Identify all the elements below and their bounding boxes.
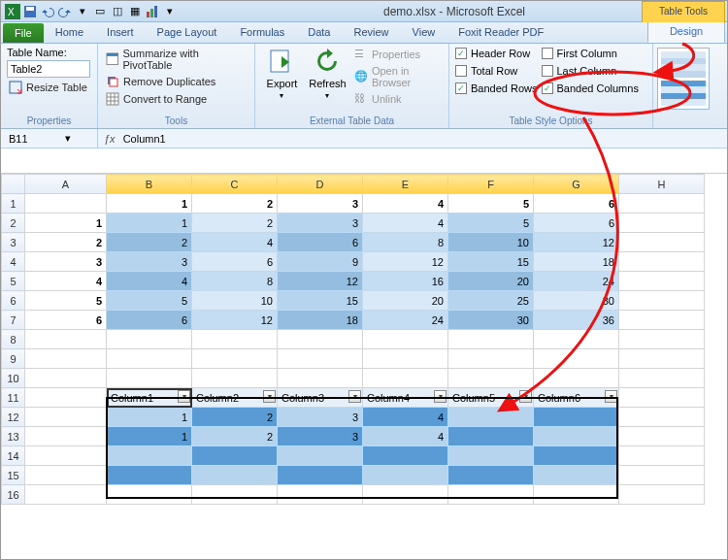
table-styles-gallery[interactable] — [657, 48, 710, 110]
cell[interactable] — [619, 272, 705, 291]
cell[interactable]: 5 — [448, 214, 534, 233]
tab-page-layout[interactable]: Page Layout — [146, 21, 229, 43]
qat-shape1-icon[interactable]: ▭ — [92, 4, 108, 19]
cell[interactable] — [25, 485, 107, 505]
cell[interactable] — [192, 446, 278, 466]
row-header-11[interactable]: 11 — [2, 388, 25, 408]
cell[interactable]: 3 — [107, 252, 192, 272]
cell[interactable]: 4 — [192, 233, 278, 252]
table2-header[interactable]: Column3▾ — [278, 388, 363, 408]
row-header-8[interactable]: 8 — [2, 330, 25, 349]
cell[interactable]: 1 — [107, 214, 192, 233]
chk-header-row[interactable]: ✓ — [455, 48, 467, 59]
redo-icon[interactable] — [57, 4, 73, 19]
cell[interactable] — [278, 485, 363, 505]
qat-more-icon[interactable]: ▾ — [162, 4, 178, 19]
cell[interactable] — [25, 446, 107, 466]
cell[interactable] — [278, 369, 363, 388]
table2-header[interactable]: Column4▾ — [363, 388, 448, 408]
cell[interactable] — [363, 485, 448, 505]
cell[interactable] — [107, 369, 192, 388]
cell[interactable] — [363, 369, 448, 388]
namebox-drop-icon[interactable]: ▾ — [65, 132, 71, 145]
row-header-16[interactable]: 16 — [2, 485, 25, 505]
filter-drop-icon[interactable]: ▾ — [348, 390, 361, 403]
cell[interactable] — [278, 349, 363, 369]
cell[interactable] — [448, 446, 534, 466]
cell[interactable] — [25, 194, 107, 214]
row-header-6[interactable]: 6 — [2, 291, 25, 311]
cell[interactable] — [619, 330, 705, 349]
export-button[interactable]: Export▾ — [261, 47, 303, 100]
cell[interactable] — [619, 252, 705, 272]
chk-banded-rows[interactable]: ✓ — [455, 82, 467, 94]
cell[interactable]: 2 — [192, 427, 278, 446]
cell[interactable]: 6 — [25, 311, 107, 330]
cell[interactable]: 6 — [534, 194, 619, 214]
cell[interactable] — [107, 446, 192, 466]
cell[interactable]: 4 — [107, 272, 192, 291]
cell[interactable] — [619, 233, 705, 252]
col-header-D[interactable]: D — [278, 175, 363, 194]
cell[interactable]: 25 — [448, 291, 534, 311]
resize-table-button[interactable]: Resize Table — [7, 80, 90, 95]
cell[interactable] — [619, 408, 705, 427]
cell[interactable]: 5 — [107, 291, 192, 311]
row-header-14[interactable]: 14 — [2, 446, 25, 466]
cell[interactable]: 5 — [25, 291, 107, 311]
cell[interactable] — [619, 349, 705, 369]
cell[interactable] — [107, 349, 192, 369]
cell[interactable] — [619, 291, 705, 311]
filter-drop-icon[interactable]: ▾ — [605, 390, 617, 403]
cell[interactable]: 8 — [363, 233, 448, 252]
cell[interactable] — [619, 214, 705, 233]
cell[interactable] — [363, 349, 448, 369]
cell[interactable] — [534, 446, 619, 466]
filter-drop-icon[interactable]: ▾ — [519, 390, 532, 403]
cell[interactable] — [25, 369, 107, 388]
cell[interactable] — [278, 330, 363, 349]
cell[interactable] — [448, 369, 534, 388]
cell[interactable]: 18 — [278, 311, 363, 330]
cell[interactable]: 6 — [192, 252, 278, 272]
cell[interactable] — [448, 427, 534, 446]
undo-icon[interactable] — [40, 4, 55, 19]
col-header-E[interactable]: E — [363, 175, 448, 194]
table2-header[interactable]: Column6▾ — [534, 388, 619, 408]
cell[interactable]: 1 — [25, 214, 107, 233]
cell[interactable] — [619, 388, 705, 408]
select-all-corner[interactable] — [2, 175, 25, 194]
cell[interactable] — [534, 485, 619, 505]
row-header-2[interactable]: 2 — [2, 214, 25, 233]
cell[interactable] — [192, 485, 278, 505]
cell[interactable]: 36 — [534, 311, 619, 330]
tab-foxit[interactable]: Foxit Reader PDF — [447, 21, 555, 43]
qat-shape2-icon[interactable]: ◫ — [110, 4, 125, 19]
name-box-input[interactable] — [7, 132, 65, 146]
cell[interactable]: 20 — [448, 272, 534, 291]
row-header-5[interactable]: 5 — [2, 272, 25, 291]
cell[interactable]: 2 — [192, 214, 278, 233]
tab-review[interactable]: Review — [342, 21, 400, 43]
cell[interactable] — [363, 446, 448, 466]
chk-total-row[interactable] — [455, 65, 467, 77]
row-header-1[interactable]: 1 — [2, 194, 25, 214]
tab-design[interactable]: Design — [647, 19, 725, 43]
cell[interactable]: 30 — [448, 311, 534, 330]
col-header-A[interactable]: A — [25, 175, 107, 194]
tab-data[interactable]: Data — [296, 21, 342, 43]
row-header-12[interactable]: 12 — [2, 408, 25, 427]
cell[interactable] — [619, 446, 705, 466]
cell[interactable]: 3 — [278, 408, 363, 427]
cell[interactable] — [192, 349, 278, 369]
cell[interactable]: 4 — [363, 214, 448, 233]
cell[interactable]: 4 — [363, 427, 448, 446]
cell[interactable] — [25, 349, 107, 369]
cell[interactable]: 20 — [363, 291, 448, 311]
convert-range-button[interactable]: Convert to Range — [104, 91, 248, 107]
cell[interactable]: 12 — [278, 272, 363, 291]
cell[interactable] — [534, 369, 619, 388]
cell[interactable] — [619, 194, 705, 214]
cell[interactable] — [448, 408, 534, 427]
table2-header[interactable]: Column5▾ — [448, 388, 534, 408]
